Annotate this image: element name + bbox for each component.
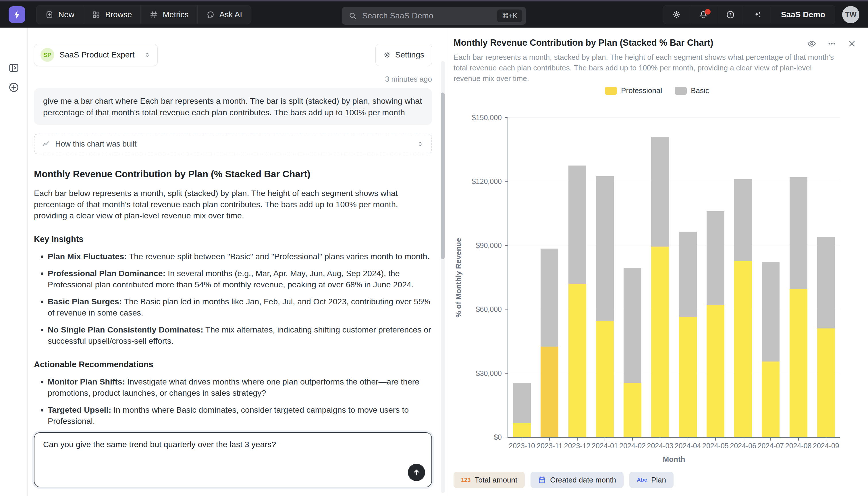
bar-segment-basic-2024-08[interactable] <box>790 177 807 289</box>
insight-item: No Single Plan Consistently Dominates: T… <box>48 324 432 346</box>
x-axis-tick-label: 2024-03 <box>646 442 674 450</box>
x-axis-tick-label: 2024-02 <box>619 442 646 450</box>
bar-segment-basic-2023-11[interactable] <box>541 249 558 346</box>
bar-segment-basic-2024-02[interactable] <box>624 268 641 383</box>
bar-segment-professional-2024-07[interactable] <box>762 361 779 437</box>
x-axis-tick-label: 2024-08 <box>785 442 812 450</box>
agent-avatar: SP <box>41 48 54 62</box>
help-icon: ? <box>726 10 735 19</box>
bar-band-2024-06 <box>729 118 757 437</box>
recommendation-item: Targeted Upsell: In months where Basic d… <box>48 404 432 427</box>
bar-2023-11[interactable] <box>541 118 558 437</box>
x-axis-tick-label: 2024-05 <box>702 442 729 450</box>
bar-segment-basic-2024-07[interactable] <box>762 262 779 361</box>
sidebar-toggle-icon[interactable] <box>8 62 19 75</box>
agent-selector[interactable]: SP SaaS Product Expert <box>34 44 158 66</box>
bar-2024-06[interactable] <box>734 118 752 437</box>
bar-2024-04[interactable] <box>679 118 697 437</box>
bar-segment-professional-2024-01[interactable] <box>596 321 614 437</box>
bar-segment-basic-2024-06[interactable] <box>734 179 752 261</box>
bar-band-2024-09 <box>812 118 840 437</box>
org-switcher[interactable]: SaaS Demo <box>771 5 835 24</box>
user-message: give me a bar chart where Each bar repre… <box>34 88 432 125</box>
bar-segment-basic-2024-01[interactable] <box>596 176 614 321</box>
chat-panel: SP SaaS Product Expert Settings 3 minute… <box>28 28 446 496</box>
app-logo[interactable] <box>9 6 25 23</box>
y-axis-tick-label: $30,000 <box>476 369 502 377</box>
new-thread-icon[interactable] <box>8 82 19 94</box>
response-heading: Monthly Revenue Contribution by Plan (% … <box>34 169 432 180</box>
view-eye-button[interactable] <box>807 39 816 48</box>
ask-ai-button[interactable]: Ask AI <box>198 5 251 24</box>
chat-scrollbar[interactable] <box>441 61 445 493</box>
legend-item-professional[interactable]: Professional <box>605 86 662 95</box>
bar-2024-08[interactable] <box>790 118 807 437</box>
help-button[interactable]: ? <box>717 5 744 24</box>
user-avatar[interactable]: TW <box>842 6 859 23</box>
bar-segment-professional-2024-05[interactable] <box>707 305 724 437</box>
new-button[interactable]: New <box>36 5 83 24</box>
bar-segment-professional-2024-03[interactable] <box>651 247 669 437</box>
legend-item-basic[interactable]: Basic <box>675 86 709 95</box>
bar-segment-basic-2023-12[interactable] <box>568 166 586 284</box>
x-axis-tick-label: 2024-04 <box>674 442 702 450</box>
bar-segment-professional-2024-04[interactable] <box>679 317 697 437</box>
bar-band-2023-12 <box>564 118 591 437</box>
scrollbar-thumb[interactable] <box>441 93 445 259</box>
ai-chat-icon <box>206 10 215 19</box>
top-accent-strip <box>0 0 868 1</box>
tag-plan[interactable]: Abc Plan <box>629 472 674 488</box>
bar-segment-basic-2024-04[interactable] <box>679 232 697 317</box>
y-axis-tick-label: $60,000 <box>476 305 502 313</box>
bar-2024-03[interactable] <box>651 118 669 437</box>
chat-input[interactable]: Can you give the same trend but quarterl… <box>43 440 423 449</box>
send-button[interactable] <box>408 464 425 481</box>
settings-gear-button[interactable] <box>663 5 690 24</box>
bar-segment-professional-2024-09[interactable] <box>817 328 835 437</box>
bar-2024-02[interactable] <box>624 118 641 437</box>
x-axis-tick-label: 2024-06 <box>729 442 757 450</box>
x-axis-tick-label: 2024-01 <box>591 442 619 450</box>
arrow-up-icon <box>412 468 421 477</box>
bar-segment-professional-2024-02[interactable] <box>624 383 641 437</box>
gear-icon <box>672 10 681 19</box>
close-icon[interactable] <box>847 39 856 48</box>
notifications-button[interactable] <box>690 5 717 24</box>
bar-segment-basic-2024-09[interactable] <box>817 237 835 328</box>
bar-2024-09[interactable] <box>817 118 835 437</box>
bar-segment-basic-2023-10[interactable] <box>513 383 531 423</box>
agent-settings-button[interactable]: Settings <box>375 44 432 66</box>
tag-created-date-month[interactable]: 1 Created date month <box>531 472 624 488</box>
bar-2024-07[interactable] <box>762 118 779 437</box>
new-label: New <box>58 10 75 19</box>
bar-2023-10[interactable] <box>513 118 531 437</box>
bar-segment-basic-2024-05[interactable] <box>707 211 724 305</box>
bar-2024-01[interactable] <box>596 118 614 437</box>
bar-band-2024-01 <box>591 118 619 437</box>
tag-total-amount[interactable]: 123 Total amount <box>453 472 525 488</box>
bar-band-2024-07 <box>757 118 784 437</box>
x-axis-tick-label: 2023-10 <box>508 442 536 450</box>
select-chevrons-icon <box>144 51 151 59</box>
bar-segment-professional-2023-12[interactable] <box>568 284 586 437</box>
chart-panel: Monthly Revenue Contribution by Plan (St… <box>446 28 868 496</box>
whats-new-button[interactable] <box>744 5 771 24</box>
bar-2024-05[interactable] <box>707 118 724 437</box>
bar-segment-professional-2024-06[interactable] <box>734 261 752 437</box>
bar-segment-professional-2023-10[interactable] <box>513 423 531 437</box>
browse-button[interactable]: Browse <box>83 5 141 24</box>
bar-segment-basic-2024-03[interactable] <box>651 137 669 247</box>
bar-segment-professional-2023-11[interactable] <box>541 346 558 437</box>
legend-swatch-professional <box>605 87 617 95</box>
chart-panel-actions <box>807 39 856 48</box>
chat-composer[interactable]: Can you give the same trend but quarterl… <box>34 432 432 487</box>
bar-segment-professional-2024-08[interactable] <box>790 289 807 437</box>
more-options-button[interactable] <box>827 39 836 48</box>
global-search-input[interactable]: Search SaaS Demo ⌘+K <box>342 7 526 25</box>
svg-text:1: 1 <box>541 480 543 483</box>
primary-nav: New Browse Metrics Ask AI <box>36 5 251 24</box>
bar-2023-12[interactable] <box>568 118 586 437</box>
how-chart-built-toggle[interactable]: How this chart was built <box>34 134 432 154</box>
y-axis-tick-label: $0 <box>494 433 502 441</box>
metrics-button[interactable]: Metrics <box>141 5 197 24</box>
